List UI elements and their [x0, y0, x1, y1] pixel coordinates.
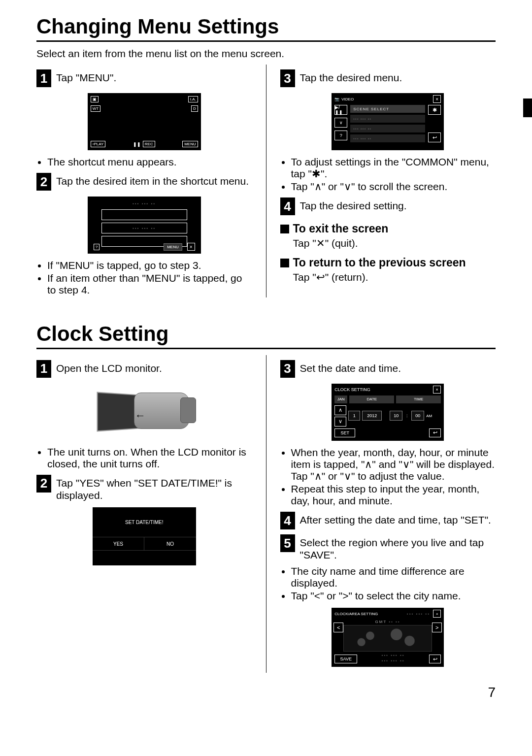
clock-step3-bullet-1: When the year, month, day, hour, or minu… [291, 447, 496, 482]
help-icon: ? [94, 244, 100, 250]
lcd-menu-list: 📷 VIDEO × ▶/❚❚ ∨ ? SCENE SELECT ▪▪▪ ▪▪▪ … [332, 93, 444, 150]
rec-button: REC [143, 141, 155, 147]
colon: : [404, 411, 409, 420]
gmt-offset-placeholder: ▪▪ ▪▪ [389, 620, 400, 624]
yes-button: YES [93, 537, 145, 550]
step1-text: Tap "MENU". [56, 69, 116, 84]
lcd-clock-setting: CLOCK SETTING × JAN DATE TIME ∧ ∨ 1 2012 [332, 384, 444, 441]
page-number: 7 [36, 685, 496, 700]
clock-step-number-4: 4 [280, 512, 295, 529]
ampm-field: AM [426, 414, 435, 418]
close-icon: × [433, 386, 441, 394]
step2-text: Tap the desired item in the shortcut men… [56, 173, 249, 187]
pause-icon: ❚❚ [133, 142, 141, 147]
clock-step4-text: After setting the date and time, tap "SE… [300, 512, 491, 526]
video-mode-icon: 📷 [334, 97, 339, 101]
step-number-2: 2 [36, 173, 51, 191]
lcd-camera-screen: ▣ I.A. WT D ‹ PLAY ❚❚ R [88, 93, 201, 150]
return-heading: To return to the previous screen [280, 256, 496, 269]
section1-intro: Select an item from the menu list on the… [36, 48, 496, 60]
section-title-2: Clock Setting [36, 322, 496, 346]
return-icon: ↩ [429, 655, 441, 663]
close-icon: × [187, 243, 195, 251]
column-separator-2 [266, 355, 266, 673]
time-label: TIME [396, 395, 441, 403]
video-label: VIDEO [341, 97, 354, 101]
menu-button: MENU [182, 141, 198, 147]
date-label: DATE [349, 395, 394, 403]
clock-step2-text: Tap "YES" when "SET DATE/TIME!" is displ… [56, 475, 252, 501]
gear-icon: ✱ [428, 105, 441, 115]
menu-item-scene-select: SCENE SELECT [350, 105, 425, 113]
return-text: Tap "↩" (return). [293, 271, 496, 283]
clock-step3-text: Set the date and time. [300, 360, 401, 374]
step-number-1: 1 [36, 69, 51, 87]
clock-step-number-1: 1 [36, 360, 51, 378]
set-button: SET [334, 428, 355, 437]
ia-icon: I.A. [188, 96, 198, 102]
world-map [343, 625, 432, 652]
gmt-label: GMT [375, 620, 387, 624]
clock-step1-text: Open the LCD monitor. [56, 360, 162, 374]
section-rule-1 [36, 40, 496, 42]
prev-city-icon: < [333, 623, 343, 632]
step2-bullet-1: If "MENU" is tapped, go to step 3. [47, 260, 252, 271]
exit-heading: To exit the screen [280, 222, 496, 235]
step1-bullet-1: The shortcut menu appears. [47, 156, 252, 168]
no-button: NO [144, 537, 196, 550]
shortcut-menu-button: MENU [164, 243, 182, 251]
city-lines-placeholder: ▪▪▪ ▪▪▪ ▪▪▪▪▪ ▪▪▪ ▪▪ [357, 653, 429, 663]
lcd-clock-area-setting: CLOCK/AREA SETTING ▪▪▪ ▪▪▪ ▪▪ × GMT ▪▪ ▪… [332, 608, 444, 667]
column-separator-1 [266, 65, 266, 297]
section-rule-2 [36, 348, 496, 349]
lcd-set-date-time: SET DATE/TIME! YES NO [93, 507, 196, 565]
step3-bullet-2: Tap "∧" or "∨" to scroll the screen. [291, 181, 496, 193]
clock-step3-bullet-2: Repeat this step to input the year, mont… [291, 483, 496, 507]
play-pause-icon: ▶/❚❚ [334, 105, 347, 115]
down-arrow-icon: ∨ [334, 417, 346, 427]
area-placeholder: ▪▪▪ ▪▪▪ ▪▪ [407, 612, 430, 616]
menu-item-placeholder: ▪▪▪ ▪▪▪ ▪▪ [350, 134, 425, 142]
step3-bullet-1: To adjust settings in the "COMMON" menu,… [291, 156, 496, 180]
section-title-1: Changing Menu Settings [36, 15, 496, 38]
step-number-3: 3 [280, 69, 295, 87]
section-thumb-tab [523, 99, 532, 117]
wt-icon: WT [91, 105, 100, 112]
step2-bullet-2: If an item other than "MENU" is tapped, … [47, 272, 252, 296]
return-icon: ↩ [429, 428, 441, 437]
clock-step5-text: Select the region where you live and tap… [300, 534, 496, 561]
next-city-icon: > [432, 623, 442, 632]
lcd-shortcut-menu: ▪▪▪ ▪▪▪ ▪▪ ▪▪▪ ▪▪▪ ▪▪ ? MENU × [88, 197, 201, 254]
clock-step1-bullet-1: The unit turns on. When the LCD monitor … [47, 446, 252, 470]
close-icon: × [433, 95, 441, 103]
d-icon: D [191, 105, 198, 112]
step4-text: Tap the desired setting. [300, 197, 407, 212]
clock-step-number-5: 5 [280, 534, 295, 552]
open-arrow-icon: ← [135, 409, 146, 422]
close-icon: × [433, 610, 441, 618]
day-field: 1 [348, 411, 360, 421]
clock-step-number-3: 3 [280, 360, 295, 378]
step3-text: Tap the desired menu. [300, 69, 402, 84]
play-button: ‹ PLAY [91, 141, 106, 147]
menu-item-placeholder: ▪▪▪ ▪▪▪ ▪▪ [350, 115, 425, 123]
clock-area-title: CLOCK/AREA SETTING [334, 612, 404, 616]
clock-step5-bullet-1: The city name and time difference are di… [291, 565, 496, 589]
step-number-4: 4 [280, 197, 295, 215]
hour-field: 10 [390, 411, 402, 421]
clock-setting-title: CLOCK SETTING [334, 387, 370, 392]
month-label: JAN [334, 395, 347, 403]
up-arrow-icon: ∧ [334, 405, 346, 415]
set-date-time-title: SET DATE/TIME! [93, 507, 196, 537]
clock-step-number-2: 2 [36, 475, 51, 493]
camcorder-illustration: ← [88, 384, 201, 440]
menu-item-placeholder: ▪▪▪ ▪▪▪ ▪▪ [350, 125, 425, 132]
minute-field: 00 [411, 411, 424, 421]
play-label: PLAY [94, 142, 103, 146]
still-mode-icon: ▣ [91, 96, 99, 102]
exit-text: Tap "✕" (quit). [293, 237, 496, 249]
year-field: 2012 [362, 411, 382, 421]
help-icon: ? [334, 131, 347, 140]
scroll-down-icon: ∨ [334, 118, 347, 128]
clock-step5-bullet-2: Tap "<" or ">" to select the city name. [291, 590, 496, 602]
